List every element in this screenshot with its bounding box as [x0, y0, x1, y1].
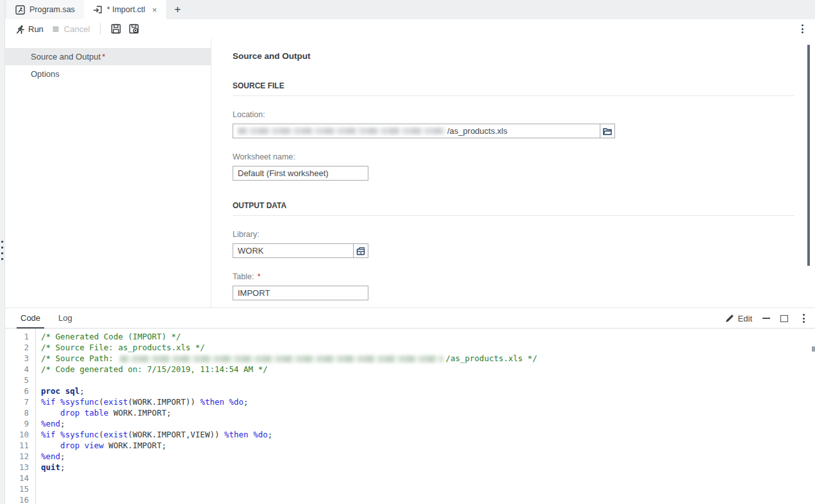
code-more-menu-icon[interactable]: [798, 313, 809, 324]
worksheet-label: Worksheet name:: [233, 152, 794, 161]
location-value: /as_products.xls: [447, 126, 507, 136]
output-data-heading: OUTPUT DATA: [233, 201, 794, 216]
document-tab-bar: Program.sas * Import.ctl × +: [5, 0, 815, 19]
tab-code[interactable]: Code: [18, 308, 43, 329]
new-tab-button[interactable]: +: [166, 0, 189, 19]
code-editor[interactable]: 12345678910111213141516 /* Generated Cod…: [5, 329, 815, 504]
cancel-button[interactable]: Cancel: [47, 22, 94, 36]
pencil-icon: [725, 314, 734, 323]
redacted-path-segment: [238, 127, 446, 134]
task-workspace: Source and Output* Options Source and Ou…: [5, 38, 815, 307]
edit-button[interactable]: Edit: [725, 314, 752, 323]
nav-item-source-and-output[interactable]: Source and Output*: [5, 48, 211, 65]
source-file-heading: SOURCE FILE: [233, 81, 794, 96]
panel-splitter-handle[interactable]: [1, 241, 4, 260]
location-label: Location:: [233, 110, 794, 119]
cancel-label: Cancel: [64, 24, 90, 34]
library-input[interactable]: [233, 243, 354, 258]
code-panel-header: Code Log Edit: [5, 308, 815, 329]
edit-label: Edit: [738, 314, 752, 323]
required-marker: *: [102, 52, 105, 61]
nav-item-label: Options: [31, 69, 60, 79]
left-edge-strip: [0, 0, 5, 504]
task-toolbar: Run Cancel: [5, 19, 815, 38]
task-form: Source and Output SOURCE FILE Location: …: [233, 38, 794, 307]
toolbar-divider: [100, 23, 101, 35]
table-label: Table: *: [233, 272, 794, 281]
import-task-icon: [93, 5, 103, 15]
tab-label: * Import.ctl: [107, 5, 145, 14]
worksheet-input[interactable]: [233, 166, 368, 181]
code-lines: /* Generated Code (IMPORT) *//* Source F…: [36, 329, 815, 504]
run-label: Run: [28, 24, 44, 34]
save-icon[interactable]: [111, 24, 121, 34]
toolbar-more-menu-icon[interactable]: [797, 23, 807, 35]
task-nav-panel: Source and Output* Options: [5, 38, 211, 307]
tab-program-sas[interactable]: Program.sas: [6, 0, 84, 19]
vertical-scrollbar[interactable]: [807, 45, 810, 266]
minimize-icon[interactable]: [762, 318, 770, 319]
nav-item-label: Source and Output: [31, 52, 101, 61]
location-input[interactable]: /as_products.xls: [233, 124, 600, 138]
maximize-icon[interactable]: [780, 315, 788, 322]
required-marker: *: [258, 272, 261, 281]
run-button[interactable]: Run: [12, 22, 47, 36]
program-icon: [15, 5, 25, 15]
table-input[interactable]: [233, 286, 368, 300]
choose-library-button[interactable]: [354, 243, 368, 258]
nav-item-options[interactable]: Options: [5, 65, 211, 83]
run-icon: [15, 24, 25, 34]
browse-file-button[interactable]: [600, 124, 615, 138]
code-scrollbar-thumb[interactable]: [812, 346, 815, 352]
save-as-icon[interactable]: [129, 24, 139, 34]
page-title: Source and Output: [233, 38, 794, 61]
tab-label: Program.sas: [29, 5, 75, 14]
folder-icon: [603, 127, 612, 135]
tab-log[interactable]: Log: [56, 308, 75, 329]
tab-import-ctl[interactable]: * Import.ctl ×: [84, 0, 166, 19]
library-label: Library:: [233, 230, 794, 239]
library-icon: [356, 247, 365, 256]
cancel-stop-icon: [51, 24, 61, 34]
tab-close-icon[interactable]: ×: [152, 5, 158, 15]
code-gutter: 12345678910111213141516: [5, 329, 36, 504]
code-panel: Code Log Edit 12345678910111213141516 /*…: [5, 307, 815, 504]
